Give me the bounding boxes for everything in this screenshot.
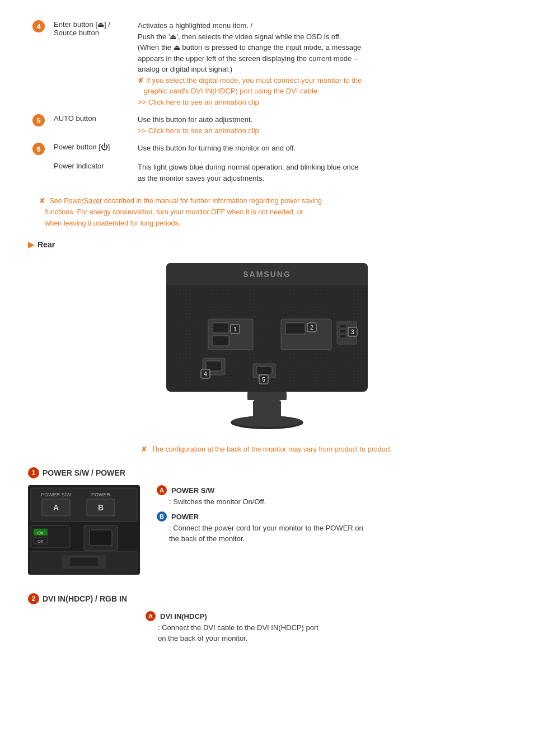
monitor-back-image: SAMSUNG 1 2 3 [28, 260, 506, 434]
rear-title-icon: ▶ [28, 240, 34, 249]
svg-text:B: B [98, 503, 104, 512]
connector-1-desc: A POWER S/W : Switches the monitor On/Of… [157, 485, 506, 549]
svg-text:1: 1 [233, 326, 237, 332]
connector-2-desc: A DVI IN(HDCP) : Connect the DVI cable t… [146, 611, 506, 649]
button-4-desc: Activates a highlighted menu item. / Pus… [133, 17, 506, 111]
button-6-name: Power button [⏻] [49, 139, 133, 158]
rear-section: ▶ Rear SAMSUNG [28, 240, 506, 453]
button-number-4: 4 [32, 20, 45, 32]
svg-rect-29 [247, 392, 287, 400]
power-connector-svg: POWER S/W POWER A B On Off [28, 485, 140, 575]
svg-rect-8 [212, 336, 229, 346]
connector-2-title: 2 DVI IN(HDCP) / RGB IN [28, 593, 506, 604]
power-indicator-desc: This light glows blue during normal oper… [133, 158, 506, 187]
connector-section-2: 2 DVI IN(HDCP) / RGB IN A DVI IN(HDCP) :… [28, 593, 506, 649]
power-item: B POWER : Connect the power cord for you… [157, 511, 506, 544]
config-note: ✘ The configuration at the back of the m… [28, 445, 506, 453]
rear-title: ▶ Rear [28, 240, 506, 249]
label-a-power-sw: A [157, 485, 167, 495]
button-5-name: AUTO button [49, 111, 133, 139]
svg-text:Off: Off [38, 539, 44, 544]
svg-text:SAMSUNG: SAMSUNG [243, 270, 291, 279]
svg-text:2: 2 [310, 325, 313, 331]
svg-rect-26 [256, 367, 272, 374]
config-note-text: The configuration at the back of the mon… [151, 445, 392, 453]
monitor-svg: SAMSUNG 1 2 3 [149, 260, 385, 434]
svg-text:3: 3 [351, 329, 354, 335]
connector-1-row: POWER S/W POWER A B On Off [28, 485, 506, 576]
svg-text:POWER S/W: POWER S/W [41, 492, 71, 497]
connector-2-row: A DVI IN(HDCP) : Connect the DVI cable t… [28, 611, 506, 649]
button-number-5: 5 [32, 114, 45, 126]
power-desc: : Connect the power cord for your monito… [169, 523, 506, 544]
button-6-desc: Use this button for turning the monitor … [133, 139, 506, 158]
connector-1-image: POWER S/W POWER A B On Off [28, 485, 140, 576]
svg-rect-18 [340, 335, 346, 338]
label-b-power: B [157, 511, 167, 522]
svg-rect-16 [340, 325, 346, 328]
button-5-desc: Use this button for auto adjustment. >> … [133, 111, 506, 139]
rear-title-text: Rear [38, 240, 55, 249]
svg-rect-17 [340, 330, 346, 333]
button-number-6: 6 [32, 143, 45, 155]
connector-1-title: 1 POWER S/W / POWER [28, 467, 506, 478]
label-a-dvi: A [146, 611, 156, 621]
button-4-name: Enter button [⏏] /Source button [49, 17, 133, 111]
power-sw-desc: : Switches the monitor On/Off. [169, 496, 506, 508]
connector-number-2: 2 [28, 593, 39, 604]
svg-rect-47 [90, 530, 112, 546]
power-sw-item: A POWER S/W : Switches the monitor On/Of… [157, 485, 506, 507]
power-label: POWER [171, 511, 199, 523]
x-mark-icon: ✘ [141, 445, 147, 453]
svg-rect-7 [212, 323, 229, 333]
connector-2-title-text: DVI IN(HDCP) / RGB IN [43, 594, 127, 603]
svg-text:A: A [53, 503, 59, 512]
animation-clip-link-5[interactable]: >> Click here to see an animation clip [138, 126, 259, 135]
power-saver-link[interactable]: PowerSaver [64, 197, 102, 205]
svg-text:POWER: POWER [91, 492, 111, 497]
connector-number-1: 1 [28, 467, 39, 478]
svg-rect-50 [70, 558, 98, 566]
button-description-table: 4 Enter button [⏏] /Source button Activa… [28, 17, 506, 187]
svg-text:On: On [38, 530, 44, 536]
svg-rect-12 [285, 323, 305, 334]
power-indicator-label: Power indicator [49, 158, 133, 187]
dvi-item: A DVI IN(HDCP) : Connect the DVI cable t… [146, 611, 506, 644]
connector-1-title-text: POWER S/W / POWER [43, 468, 125, 477]
dvi-desc: : Connect the DVI cable to the DVI IN(HD… [158, 622, 506, 644]
svg-text:4: 4 [204, 371, 207, 377]
animation-clip-link-4[interactable]: >> Click here to see an animation clip [138, 98, 259, 106]
power-sw-label: POWER S/W [171, 485, 214, 496]
svg-point-32 [232, 416, 302, 427]
connector-section-1: 1 POWER S/W / POWER POWER S/W POWER A B [28, 467, 506, 576]
power-saver-note: ✘ See PowerSaver described in the manual… [39, 195, 506, 229]
dvi-label: DVI IN(HDCP) [160, 611, 207, 622]
svg-text:5: 5 [262, 377, 265, 383]
